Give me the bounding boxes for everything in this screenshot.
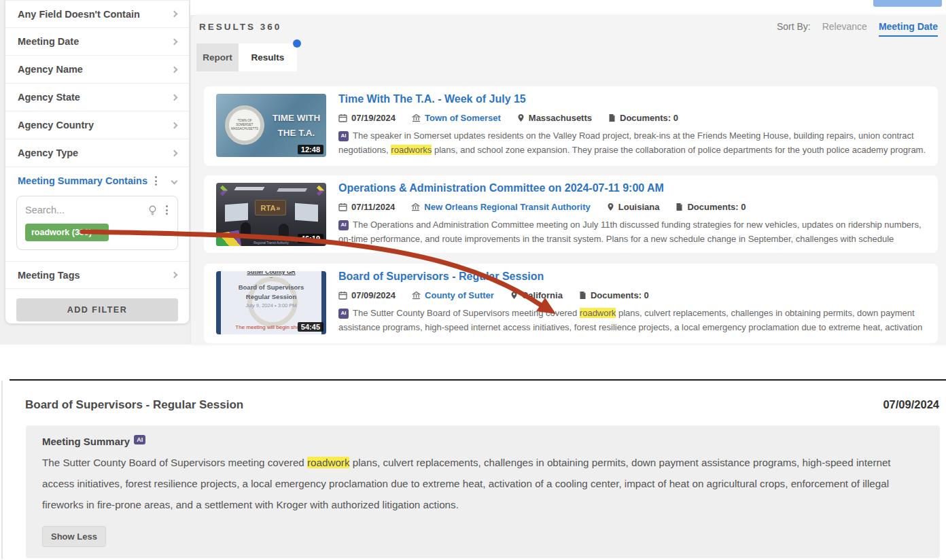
highlighted-term: roadworks xyxy=(391,145,432,155)
duration-badge: 54:45 xyxy=(298,322,323,332)
meta-agency: New Orleans Regional Transit Authority xyxy=(411,202,590,212)
result-card: Sutter County GR ~ Board of Supervisors … xyxy=(204,264,938,343)
result-title-link[interactable]: Board of Supervisors - Regular Session xyxy=(338,270,544,283)
result-card: RTA» Regional Transit Authority 46:19 Op… xyxy=(204,175,938,253)
rta-logo: RTA xyxy=(261,204,276,212)
tab-report[interactable]: Report xyxy=(196,43,239,71)
meta-state: Louisiana xyxy=(607,202,660,212)
calendar-icon xyxy=(338,203,347,211)
thumb-decoration xyxy=(314,186,325,196)
show-less-button[interactable]: Show Less xyxy=(42,526,106,547)
sidebar-item-meeting-date[interactable]: Meeting Date xyxy=(5,28,189,56)
tag-label: roadwork (360) xyxy=(31,228,92,237)
result-title-link[interactable]: Operations & Administration Committee on… xyxy=(338,182,664,194)
agency-link[interactable]: Town of Somerset xyxy=(425,113,501,123)
partial-blue-button[interactable] xyxy=(873,0,942,7)
thumb-decoration xyxy=(216,271,221,334)
thumb-text: THE T.A. xyxy=(268,126,325,141)
location-pin-icon xyxy=(510,291,518,300)
thumb-decoration xyxy=(295,203,318,222)
bank-icon xyxy=(412,113,421,122)
sort-by-control: Sort By: Relevance Meeting Date xyxy=(777,21,938,37)
meta-documents: Documents: 0 xyxy=(608,113,678,123)
ai-icon: AI xyxy=(338,309,349,319)
result-summary: AIThe Sutter County Board of Supervisors… xyxy=(338,307,927,336)
filter-label: Agency Type xyxy=(18,147,78,158)
thumb-decoration xyxy=(225,203,248,222)
sidebar-item-agency-name[interactable]: Agency Name xyxy=(5,56,189,84)
summary-search-box: Search... roadwork (360) × xyxy=(16,196,178,250)
agency-link[interactable]: New Orleans Regional Transit Authority xyxy=(424,202,590,212)
filter-label: Any Field Doesn't Contain xyxy=(18,9,140,20)
document-icon xyxy=(608,113,616,122)
video-thumbnail[interactable]: RTA» Regional Transit Authority 46:19 xyxy=(216,183,326,246)
filter-label: Agency Country xyxy=(18,120,94,130)
ai-icon: AI xyxy=(134,435,145,444)
video-thumbnail[interactable]: Sutter County GR ~ Board of Supervisors … xyxy=(216,271,326,334)
highlighted-term: roadwork xyxy=(307,457,349,468)
sidebar-item-agency-state[interactable]: Agency State xyxy=(5,84,189,111)
top-canvas: Any Field Doesn't Contain Meeting Date A… xyxy=(0,0,946,345)
ai-icon: AI xyxy=(338,131,349,142)
filter-label: Meeting Date xyxy=(18,36,79,47)
sidebar-item-meeting-summary-contains[interactable]: Meeting Summary Contains xyxy=(5,167,189,194)
meeting-summary-panel: Meeting SummaryAI The Sutter County Boar… xyxy=(26,425,940,558)
calendar-icon xyxy=(338,291,347,300)
kebab-menu-icon[interactable] xyxy=(164,204,169,216)
detail-date: 07/09/2024 xyxy=(883,398,939,411)
sidebar-item-agency-type[interactable]: Agency Type xyxy=(5,139,189,167)
chevron-right-icon xyxy=(171,66,178,73)
add-filter-button[interactable]: ADD FILTER xyxy=(16,298,178,321)
sort-by-label: Sort By: xyxy=(777,21,811,32)
filter-label: Agency State xyxy=(18,92,80,103)
thumb-text: ~ xyxy=(221,275,321,281)
kebab-menu-icon[interactable] xyxy=(154,175,158,187)
highlighted-term: roadwork xyxy=(580,308,616,318)
tab-results[interactable]: Results xyxy=(239,43,297,71)
meeting-summary-text: The Sutter County Board of Supervisors m… xyxy=(42,452,924,515)
result-title-link[interactable]: Time With The T.A. - Week of July 15 xyxy=(338,93,526,105)
sidebar-item-agency-country[interactable]: Agency Country xyxy=(5,111,189,139)
duration-badge: 46:19 xyxy=(298,234,323,243)
thumb-decoration xyxy=(217,186,228,196)
detail-title: Board of Supervisors - Regular Session xyxy=(25,398,243,412)
sort-option-meeting-date[interactable]: Meeting Date xyxy=(879,21,938,37)
document-icon xyxy=(676,203,683,211)
meta-documents: Documents: 0 xyxy=(676,202,746,212)
meta-agency: Town of Somerset xyxy=(412,113,501,123)
meta-agency: County of Sutter xyxy=(412,290,494,300)
filter-label: Agency Name xyxy=(18,64,83,75)
chevron-right-icon xyxy=(171,11,178,18)
agency-link[interactable]: County of Sutter xyxy=(425,290,494,300)
video-thumbnail[interactable]: TOWN OF SOMERSET MASSACHUSETTS TIME WITH… xyxy=(216,94,326,157)
meeting-summary-label: Meeting Summary xyxy=(42,436,130,447)
remove-tag-icon[interactable]: × xyxy=(97,229,103,236)
chevron-right-icon xyxy=(171,150,178,156)
sidebar-item-meeting-tags[interactable]: Meeting Tags xyxy=(5,261,189,289)
top-bar xyxy=(190,0,946,15)
search-term-tag[interactable]: roadwork (360) × xyxy=(25,224,109,241)
meta-documents: Documents: 0 xyxy=(579,290,649,300)
result-summary: AIThe Operations and Administration Comm… xyxy=(338,218,927,247)
sidebar-item-any-field-doesnt-contain[interactable]: Any Field Doesn't Contain xyxy=(5,0,189,28)
sort-option-relevance[interactable]: Relevance xyxy=(822,21,867,32)
chevron-right-icon xyxy=(171,38,178,45)
chevron-down-icon xyxy=(171,177,178,184)
chevron-right-icon xyxy=(171,122,178,128)
meta-date: 07/09/2024 xyxy=(338,290,396,300)
filters-sidebar: Any Field Doesn't Contain Meeting Date A… xyxy=(5,0,189,323)
thumb-text: Board of Supervisors xyxy=(221,283,321,291)
lightbulb-icon[interactable] xyxy=(147,205,158,216)
thumb-text: July 9, 2024 • 3:00 PM xyxy=(221,302,321,309)
search-input[interactable]: Search... xyxy=(25,205,147,215)
page-edge-line xyxy=(1,381,3,559)
location-pin-icon xyxy=(517,113,525,122)
result-summary: AIThe speaker in Somerset updates reside… xyxy=(338,129,927,158)
thumb-decoration xyxy=(234,187,264,190)
filter-label-active: Meeting Summary Contains xyxy=(18,175,147,186)
duration-badge: 12:48 xyxy=(298,145,323,154)
meta-date: 07/11/2024 xyxy=(338,202,395,212)
result-card: TOWN OF SOMERSET MASSACHUSETTS TIME WITH… xyxy=(204,86,938,166)
filter-label: Meeting Tags xyxy=(18,270,80,281)
detail-section: Board of Supervisors - Regular Session 0… xyxy=(0,345,946,558)
